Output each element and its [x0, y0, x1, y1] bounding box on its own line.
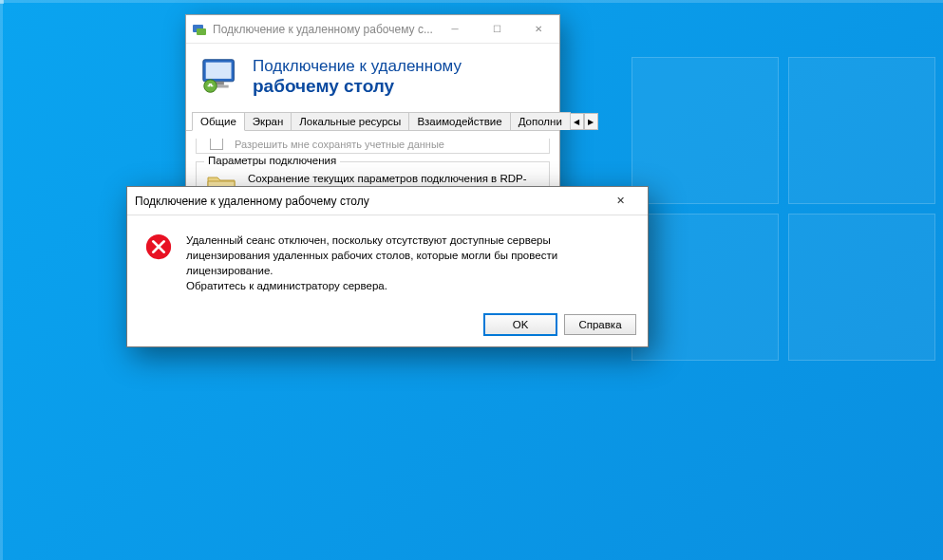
dialog-help-button[interactable]: Справка — [564, 314, 636, 335]
svg-rect-3 — [206, 63, 232, 79]
header-banner: Подключение к удаленному рабочему столу — [186, 44, 559, 108]
rdp-monitor-icon — [199, 55, 243, 99]
window-title: Подключение к удаленному рабочему с... — [213, 23, 434, 36]
save-credentials-checkbox-partial[interactable]: Разрешить мне сохранять учетные данные — [196, 139, 550, 154]
dialog-msg-line2: Обратитесь к администратору сервера. — [186, 278, 631, 293]
error-dialog: Подключение к удаленному рабочему столу … — [126, 186, 649, 347]
minimize-button[interactable]: ─ — [434, 15, 476, 44]
tab-scroll-right[interactable]: ▶ — [584, 113, 598, 130]
dialog-title: Подключение к удаленному рабочему столу — [135, 195, 369, 208]
ok-button[interactable]: OK — [484, 314, 556, 335]
tab-scroll-left[interactable]: ◀ — [570, 113, 584, 130]
banner-line1: Подключение к удаленному — [253, 57, 462, 76]
svg-point-6 — [204, 80, 217, 92]
close-button[interactable]: ✕ — [518, 15, 559, 44]
group-legend: Параметры подключения — [204, 155, 340, 166]
app-icon — [192, 22, 207, 37]
dialog-msg-line1: Удаленный сеанс отключен, поскольку отсу… — [186, 233, 631, 278]
tab-display[interactable]: Экран — [244, 112, 292, 130]
titlebar[interactable]: Подключение к удаленному рабочему с... ─… — [186, 15, 559, 44]
tab-advanced[interactable]: Дополни — [510, 112, 571, 130]
dialog-titlebar[interactable]: Подключение к удаленному рабочему столу … — [127, 187, 648, 215]
banner-line2: рабочему столу — [253, 76, 462, 97]
error-icon — [144, 233, 173, 261]
svg-rect-1 — [197, 28, 206, 35]
header-text: Подключение к удаленному рабочему столу — [253, 57, 462, 97]
tab-general[interactable]: Общие — [192, 112, 245, 131]
dialog-close-button[interactable]: ✕ — [600, 188, 640, 215]
tab-experience[interactable]: Взаимодействие — [408, 112, 510, 130]
tab-local-resources[interactable]: Локальные ресурсы — [291, 112, 409, 130]
tab-strip: Общие Экран Локальные ресурсы Взаимодейс… — [186, 108, 559, 131]
dialog-message: Удаленный сеанс отключен, поскольку отсу… — [186, 233, 631, 293]
maximize-button[interactable]: ☐ — [476, 15, 518, 44]
